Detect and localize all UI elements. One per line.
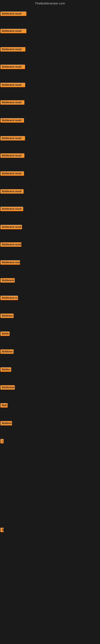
bottleneck-badge-9[interactable]: Bottleneck result (0, 153, 24, 158)
bottleneck-badge-5[interactable]: Bottleneck result (0, 83, 25, 87)
site-title: TheBottlenecker.com (0, 0, 100, 6)
bottleneck-badge-1[interactable]: Bottleneck result (0, 12, 26, 16)
bottleneck-badge-14[interactable]: Bottleneck result (0, 242, 21, 247)
bottleneck-badge-11[interactable]: Bottleneck result (0, 189, 24, 194)
page-wrapper: TheBottlenecker.com Bottleneck resultBot… (0, 0, 100, 644)
bottleneck-badge-21[interactable]: Bottlen (0, 367, 11, 372)
bottleneck-badge-3[interactable]: Bottleneck result (0, 47, 25, 52)
bottleneck-badge-6[interactable]: Bottleneck result (0, 100, 24, 105)
bottleneck-badge-2[interactable]: Bottleneck result (0, 29, 26, 33)
bottleneck-badge-24[interactable]: Bottlene (0, 421, 12, 426)
bottleneck-badge-25[interactable]: | (0, 439, 3, 443)
bottleneck-badge-17[interactable]: Bottleneck re (0, 296, 18, 300)
bottleneck-badge-20[interactable]: Bottlenec (0, 349, 14, 354)
bottleneck-badge-7[interactable]: Bottleneck result (0, 118, 24, 122)
bottleneck-badge-26[interactable]: B (0, 528, 3, 532)
bottleneck-badge-23[interactable]: Bott (0, 403, 8, 408)
bottleneck-badge-10[interactable]: Bottleneck result (0, 171, 24, 176)
bottleneck-badge-12[interactable]: Bottleneck result (0, 207, 23, 211)
bottleneck-badge-13[interactable]: Bottleneck result (0, 225, 22, 229)
bottleneck-badge-19[interactable]: Bottle (0, 332, 10, 336)
bottleneck-badge-18[interactable]: Bottlenec (0, 314, 14, 318)
bottleneck-badge-16[interactable]: Bottleneck (0, 278, 15, 282)
bottleneck-badge-4[interactable]: Bottleneck result (0, 64, 25, 69)
bottleneck-badge-22[interactable]: Bottleneck (0, 385, 15, 390)
bottleneck-badge-15[interactable]: Bottleneck resu (0, 260, 20, 265)
bottleneck-badge-8[interactable]: Bottleneck result (0, 136, 25, 140)
